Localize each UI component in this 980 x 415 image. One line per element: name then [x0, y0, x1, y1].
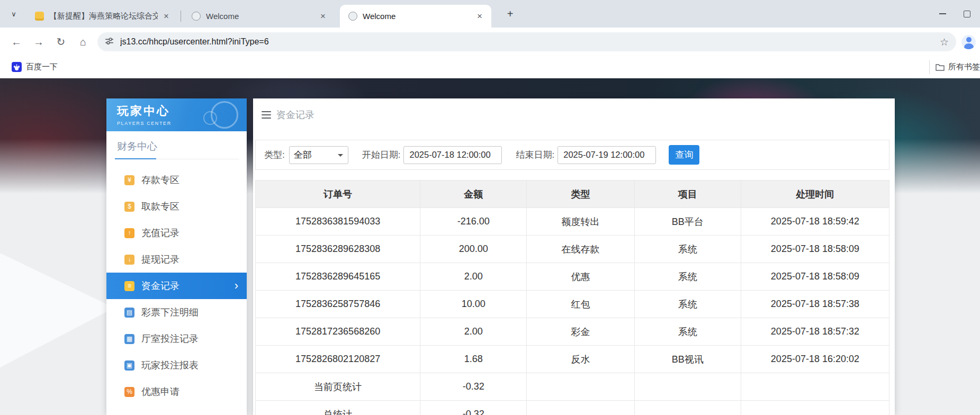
back-icon: ←: [11, 36, 22, 48]
tab-search-button[interactable]: ∨: [6, 6, 21, 21]
table-cell: 1752836381594033: [256, 208, 420, 236]
table-cell: 系统: [634, 318, 741, 346]
table-cell: 1752836289645165: [256, 263, 420, 291]
back-button[interactable]: ←: [7, 33, 25, 51]
table-cell: [741, 373, 889, 401]
site-info-icon[interactable]: [105, 37, 114, 48]
recharge-record-icon: ↑: [124, 228, 134, 238]
sidebar-item-7[interactable]: ▣玩家投注报表: [106, 352, 247, 378]
table-cell: 1.68: [420, 346, 527, 373]
sidebar-item-6[interactable]: ▦厅室投注记录: [106, 326, 247, 352]
sidebar-item-label: 存款专区: [141, 174, 179, 186]
end-date-input[interactable]: [558, 146, 656, 164]
forward-icon: →: [33, 36, 44, 48]
forward-button[interactable]: →: [30, 33, 48, 51]
player-center-sidebar: 玩家中心 PLAYERS CENTER 财务中心 ¥存款专区$取款专区↑充值记录…: [106, 98, 247, 415]
sidebar-item-label: 取款专区: [141, 200, 179, 213]
table-cell: BB平台: [634, 208, 741, 236]
table-cell: -216.00: [420, 208, 527, 236]
sidebar-item-5[interactable]: ▤彩票下注明细: [106, 299, 247, 326]
home-button[interactable]: ⌂: [74, 33, 92, 51]
new-tab-button[interactable]: +: [503, 7, 517, 21]
url-text[interactable]: js13.cc/hhcp/usercenter.html?iniType=6: [120, 37, 934, 47]
type-label: 类型:: [264, 149, 285, 161]
browser-tab-bar: ∨ 【新提醒】海燕策略论坛综合交×Welcome×Welcome× +: [0, 0, 980, 28]
main-panel: 资金记录 类型: 全部 开始日期: 结束日期: 查询 订单号金额类型项目处理时间…: [253, 98, 895, 415]
end-date-label: 结束日期:: [516, 149, 554, 161]
table-cell: 200.00: [420, 236, 527, 263]
sidebar-item-8[interactable]: %优惠申请: [106, 378, 247, 405]
table-cell: 1752836289628308: [256, 236, 420, 263]
window-controls: [930, 0, 979, 28]
minimize-button[interactable]: [930, 0, 955, 28]
search-button[interactable]: 查询: [669, 145, 699, 165]
funds-record-icon: ≡: [124, 281, 134, 291]
table-cell: 在线存款: [527, 236, 634, 263]
table-header-cell: 处理时间: [741, 181, 889, 208]
tab-strip: 【新提醒】海燕策略论坛综合交×Welcome×Welcome×: [26, 5, 497, 28]
chevron-right-icon: ›: [235, 280, 238, 292]
lottery-bets-icon: ▤: [124, 308, 134, 318]
tab-title: Welcome: [363, 12, 471, 21]
sidebar-menu: ¥存款专区$取款专区↑充值记录↓提现记录≡资金记录›▤彩票下注明细▦厅室投注记录…: [106, 167, 247, 405]
table-cell: 当前页统计: [256, 373, 420, 401]
sidebar-header: 玩家中心 PLAYERS CENTER: [106, 98, 247, 131]
sidebar-item-0[interactable]: ¥存款专区: [106, 167, 247, 193]
start-date-input[interactable]: [403, 146, 502, 164]
table-row: 当前页统计-0.32: [256, 373, 889, 401]
minimize-icon: [939, 13, 946, 14]
table-cell: 彩金: [527, 318, 634, 346]
table-cell: 2.00: [420, 263, 527, 291]
address-bar[interactable]: js13.cc/hhcp/usercenter.html?iniType=6 ☆: [97, 32, 956, 51]
table-row: 17528362896451652.00优惠系统2025-07-18 18:58…: [256, 263, 889, 291]
table-cell: 2.00: [420, 318, 527, 346]
table-header-cell: 项目: [634, 181, 741, 208]
cashout-record-icon: ↓: [124, 255, 134, 265]
site-favicon: [192, 12, 201, 21]
sidebar-item-1[interactable]: $取款专区: [106, 193, 247, 220]
table-row: 17528268021208271.68反水BB视讯2025-07-18 16:…: [256, 346, 889, 373]
sidebar-item-4[interactable]: ≡资金记录›: [106, 273, 247, 299]
table-cell: [634, 401, 741, 415]
type-select[interactable]: 全部: [289, 146, 348, 164]
table-cell: 系统: [634, 291, 741, 318]
table-cell: [634, 373, 741, 401]
tab-close-icon[interactable]: ×: [474, 11, 485, 22]
all-bookmarks-button[interactable]: 所有书签: [929, 60, 980, 74]
sidebar-item-3[interactable]: ↓提现记录: [106, 246, 247, 273]
reload-button[interactable]: ↻: [52, 33, 70, 51]
browser-tab[interactable]: 【新提醒】海燕策略论坛综合交×: [26, 5, 178, 28]
browser-tab[interactable]: Welcome×: [183, 5, 335, 28]
sidebar-item-label: 充值记录: [141, 227, 179, 239]
table-cell: 2025-07-18 18:57:38: [741, 291, 889, 318]
table-cell: 反水: [527, 346, 634, 373]
forum-favicon: [35, 12, 44, 21]
tab-close-icon[interactable]: ×: [161, 11, 172, 22]
profile-avatar[interactable]: [961, 35, 976, 49]
page-title: 资金记录: [276, 109, 314, 121]
table-cell: 2025-07-18 18:59:42: [741, 208, 889, 236]
table-cell: 2025-07-18 18:58:09: [741, 236, 889, 263]
table-cell: 优惠: [527, 263, 634, 291]
table-cell: 1752836258757846: [256, 291, 420, 318]
sidebar-item-2[interactable]: ↑充值记录: [106, 220, 247, 246]
site-favicon: [348, 12, 357, 21]
maximize-button[interactable]: [955, 0, 979, 28]
table-cell: -0.32: [420, 401, 527, 415]
player-report-icon: ▣: [124, 360, 134, 371]
sidebar-item-label: 厅室投注记录: [141, 332, 199, 345]
background-light-wedge: [0, 233, 114, 377]
table-cell: [527, 373, 634, 401]
table-cell: 总统计: [256, 401, 420, 415]
panel-header: 资金记录: [253, 98, 895, 131]
tab-close-icon[interactable]: ×: [318, 11, 328, 22]
table-cell: 2025-07-18 18:58:09: [741, 263, 889, 291]
bookmark-star-icon[interactable]: ☆: [940, 36, 949, 48]
bookmark-item-baidu[interactable]: 百度一下: [12, 62, 58, 72]
browser-tab[interactable]: Welcome×: [340, 5, 491, 28]
bookmark-label: 百度一下: [26, 62, 58, 72]
table-cell: 2025-07-18 16:20:02: [741, 346, 889, 373]
bookmarks-bar: 百度一下 所有书签: [0, 56, 980, 78]
table-cell: -0.32: [420, 373, 527, 401]
chevron-down-icon: ∨: [11, 10, 16, 18]
